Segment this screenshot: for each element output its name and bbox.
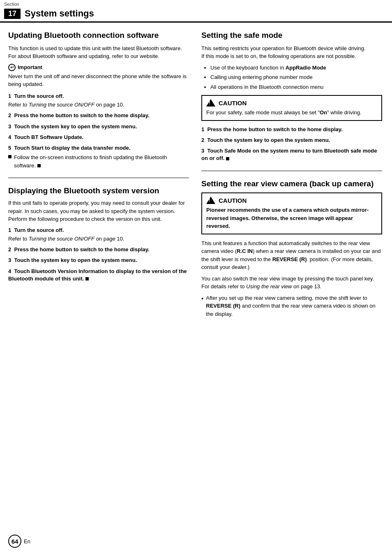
- step-2-1-body: Refer to Turning the source ON/OFF on pa…: [8, 235, 189, 243]
- bullet-dot-icon: •: [201, 294, 203, 303]
- step-1-5-note-text: Follow the on-screen instructions to fin…: [14, 153, 189, 169]
- step-1-3: 3 Touch the system key to open the syste…: [8, 123, 189, 130]
- bullet-item-1: Use of the keyboard function in AppRadio…: [210, 64, 382, 72]
- step-1-1-body: Refer to Turning the source ON/OFF on pa…: [8, 101, 189, 109]
- section3-intro: This setting restricts your operation fo…: [201, 44, 382, 60]
- step-1-4-heading: 4 Touch BT Software Update.: [8, 134, 189, 141]
- section4-bullet-text: After you set up the rear view camera se…: [206, 294, 382, 318]
- section-number: 17: [4, 9, 21, 19]
- caution-box-1: CAUTION For your safety, safe mode must …: [201, 95, 382, 121]
- section-updating-bluetooth: Updating Bluetooth connection software T…: [8, 31, 189, 169]
- caution-title-2: CAUTION: [206, 197, 377, 204]
- step-1-4: 4 Touch BT Software Update.: [8, 134, 189, 141]
- caution-text-2: Pioneer recommends the use of a camera w…: [206, 206, 377, 230]
- step-3-3: 3 Touch Safe Mode on the system menu to …: [201, 147, 382, 162]
- step-2-4: 4 Touch Bluetooth Version Information to…: [8, 268, 189, 283]
- step-2-2-heading: 2 Press the home button to switch to the…: [8, 246, 189, 253]
- section4-intro2: You can also switch the rear view image …: [201, 275, 382, 291]
- step-1-5-heading: 5 Touch Start to display the data transf…: [8, 144, 189, 152]
- page-number: 64: [8, 535, 21, 548]
- section2-title: Displaying the Bluetooth system version: [8, 186, 189, 196]
- step-1-1: 1 Turn the source off. Refer to Turning …: [8, 93, 189, 109]
- section4-bullet: • After you set up the rear view camera …: [201, 294, 382, 318]
- divider-1: [8, 178, 189, 178]
- section-rear-view-camera: Setting the rear view camera (back up ca…: [201, 179, 382, 318]
- step-1-3-heading: 3 Touch the system key to open the syste…: [8, 123, 189, 130]
- section2-intro: If this unit fails to operate properly, …: [8, 199, 189, 223]
- caution-triangle-icon-1: [206, 99, 215, 107]
- caution-box-2: CAUTION Pioneer recommends the use of a …: [201, 192, 382, 234]
- step-1-2: 2 Press the home button to switch to the…: [8, 112, 189, 119]
- caution-text-1: For your safety, safe mode must always b…: [206, 109, 377, 117]
- caution-title-1: CAUTION: [206, 99, 377, 107]
- page-title: System settings: [25, 8, 94, 19]
- step-1-5-note: Follow the on-screen instructions to fin…: [8, 153, 189, 169]
- right-column: Setting the safe mode This setting restr…: [201, 31, 382, 318]
- section1-intro: This function is used to update this uni…: [8, 44, 189, 60]
- left-column: Updating Bluetooth connection software T…: [8, 31, 189, 318]
- step-1-2-heading: 2 Press the home button to switch to the…: [8, 112, 189, 119]
- important-title: Important: [18, 64, 42, 70]
- step-3-3-heading: 3 Touch Safe Mode on the system menu to …: [201, 147, 382, 162]
- step-1-1-heading: 1 Turn the source off.: [8, 93, 189, 100]
- section-safe-mode: Setting the safe mode This setting restr…: [201, 31, 382, 162]
- step-2-1-heading: 1 Turn the source off.: [8, 227, 189, 234]
- divider-2: [201, 171, 382, 171]
- language-label: En: [24, 538, 30, 544]
- step-3-2: 2 Touch the system key to open the syste…: [201, 137, 382, 144]
- end-square-icon-2: [85, 277, 89, 280]
- bullet-icon: [8, 155, 12, 158]
- bullet-item-2: Calling using entering phone number mode: [210, 73, 382, 81]
- caution-label-1: CAUTION: [219, 100, 247, 107]
- caution-triangle-icon-2: [206, 197, 215, 204]
- caution-label-2: CAUTION: [219, 197, 247, 204]
- step-2-1: 1 Turn the source off. Refer to Turning …: [8, 227, 189, 243]
- step-2-2: 2 Press the home button to switch to the…: [8, 246, 189, 253]
- step-2-3-heading: 3 Touch the system key to open the syste…: [8, 257, 189, 264]
- step-3-1-heading: 1 Press the home button to switch to the…: [201, 126, 382, 133]
- section1-title: Updating Bluetooth connection software: [8, 31, 189, 40]
- important-icon: ↩: [8, 64, 16, 71]
- footer: 64 En: [8, 535, 30, 548]
- important-label: ↩ Important: [8, 64, 189, 71]
- step-1-5: 5 Touch Start to display the data transf…: [8, 144, 189, 169]
- content-area: Updating Bluetooth connection software T…: [0, 23, 392, 326]
- section-label: Section: [4, 2, 19, 7]
- section4-intro1: This unit features a function that autom…: [201, 239, 382, 271]
- step-2-3: 3 Touch the system key to open the syste…: [8, 257, 189, 264]
- important-text: Never turn the unit off and never discon…: [8, 72, 189, 88]
- end-square-icon-3: [226, 157, 229, 160]
- important-box: ↩ Important Never turn the unit off and …: [8, 64, 189, 88]
- section3-bullet-list: Use of the keyboard function in AppRadio…: [210, 64, 382, 91]
- step-3-1: 1 Press the home button to switch to the…: [201, 126, 382, 133]
- section4-title: Setting the rear view camera (back up ca…: [201, 179, 382, 189]
- step-3-2-heading: 2 Touch the system key to open the syste…: [201, 137, 382, 144]
- end-square-icon: [37, 164, 41, 167]
- step-2-4-heading: 4 Touch Bluetooth Version Information to…: [8, 268, 189, 283]
- section-displaying-version: Displaying the Bluetooth system version …: [8, 186, 189, 283]
- bullet-item-3: All operations in the Bluetooth connecti…: [210, 83, 382, 91]
- page-wrapper: Section 17 System settings Updating Blue…: [0, 0, 392, 556]
- section3-title: Setting the safe mode: [201, 31, 382, 40]
